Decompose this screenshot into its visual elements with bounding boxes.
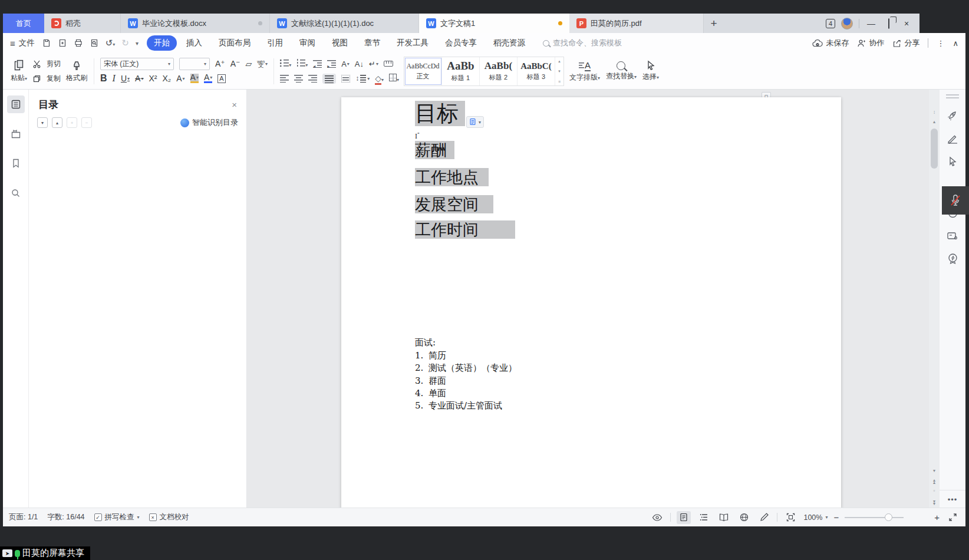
toc-zoom-in-button[interactable]: + — [67, 117, 77, 128]
save-icon[interactable] — [42, 38, 51, 48]
ink-edit-button[interactable] — [757, 511, 771, 524]
word-count[interactable]: 字数: 16/44 — [47, 512, 84, 522]
next-page-button[interactable]: ▾▾ — [929, 500, 940, 505]
toc-expand-all-button[interactable]: ▾ — [37, 117, 48, 128]
window-count-button[interactable]: 4 — [826, 19, 835, 28]
borders-button[interactable]: ▾ — [389, 73, 399, 84]
web-view-button[interactable] — [737, 511, 751, 524]
tab-doc-thesis[interactable]: W 毕业论文模板.docx — [121, 14, 270, 33]
tab-docer[interactable]: 稻壳 — [44, 14, 121, 33]
list-item[interactable]: 2.测试（英语）（专业） — [415, 362, 517, 374]
show-marks-button[interactable]: ↵▾ — [369, 60, 378, 68]
font-size-select[interactable]: ▾ — [179, 58, 210, 70]
upgrade-badge-button[interactable] — [944, 250, 961, 268]
tab-home[interactable]: 首页 — [3, 14, 44, 33]
smart-toc-button[interactable]: 智能识别目录 — [180, 117, 238, 128]
heading-line[interactable]: 发展空间 — [415, 193, 493, 216]
text-effects-button[interactable]: A▾ — [176, 74, 184, 83]
style-heading1[interactable]: AaBb 标题 1 — [442, 57, 480, 85]
list-item[interactable]: 3.群面 — [415, 375, 446, 387]
scrollbar-thumb[interactable] — [931, 129, 938, 169]
style-normal[interactable]: AaBbCcDd 正文 — [404, 57, 442, 85]
distribute-button[interactable] — [341, 75, 350, 83]
panel-search-button[interactable] — [7, 184, 25, 202]
toc-close-icon[interactable]: × — [232, 100, 237, 110]
outline-view-button[interactable] — [697, 511, 711, 524]
export-icon[interactable] — [58, 38, 67, 48]
qat-customize-icon[interactable]: ▾ — [136, 40, 139, 47]
list-item[interactable]: 5.专业面试/主管面试 — [415, 400, 502, 412]
collaborate-button[interactable]: 协作 — [857, 38, 884, 48]
heading-line[interactable]: 薪酬 — [415, 139, 454, 162]
ribbon-tab-references[interactable]: 引用 — [260, 35, 290, 51]
toc-collapse-all-button[interactable]: ▴ — [52, 117, 62, 128]
fit-page-button[interactable] — [783, 511, 797, 524]
document-page[interactable]: ▾ 目标 I⁼ 薪酬 工作地点 发展空间 工作时间 面试: 1.简历 2.测试（… — [341, 97, 841, 508]
save-status-button[interactable]: 未保存 — [812, 38, 849, 48]
list-item[interactable]: 1.简历 — [415, 350, 446, 362]
annotate-button[interactable] — [944, 130, 961, 147]
vertical-scrollbar[interactable]: ⁞ ▴ ▾ ▴▴ ▫ ▾▾ — [929, 90, 940, 508]
page-indicator[interactable]: 页面: 1/1 — [9, 512, 38, 522]
text-direction-button[interactable]: A▾ — [341, 60, 350, 68]
toc-panel-button[interactable] — [7, 95, 25, 113]
restore-button[interactable] — [883, 19, 895, 28]
strikethrough-button[interactable]: A▾ — [135, 74, 143, 83]
paste-button[interactable]: 粘贴▾ — [8, 53, 30, 89]
heading-line[interactable]: 工作地点 — [415, 166, 489, 189]
sidebar-more-button[interactable]: ••• — [940, 490, 965, 504]
bullet-list-button[interactable]: ▾ — [280, 58, 291, 69]
style-heading2[interactable]: AaBb( 标题 2 — [480, 57, 518, 85]
align-left-button[interactable] — [280, 75, 289, 83]
quick-tools-button[interactable] — [944, 107, 961, 124]
new-tab-button[interactable]: + — [704, 14, 724, 33]
zoom-out-button[interactable]: − — [833, 512, 839, 522]
scroll-up-arrow[interactable]: ▴ — [929, 119, 940, 124]
muted-mic-overlay[interactable] — [942, 186, 969, 215]
redo-button[interactable]: ↻ — [121, 38, 129, 48]
zoom-level-select[interactable]: 100% ▾ — [803, 513, 828, 522]
text-layout-button[interactable]: A 文字排版▾ — [566, 53, 603, 89]
font-color-button[interactable]: A▾ — [204, 74, 212, 83]
zoom-slider-thumb[interactable] — [885, 513, 892, 521]
command-search[interactable]: 查找命令、搜索模板 — [543, 38, 622, 48]
ruler-icon[interactable] — [384, 61, 393, 67]
ribbon-tab-dev-tools[interactable]: 开发工具 — [390, 35, 436, 51]
toc-zoom-out-button[interactable]: − — [81, 117, 92, 128]
select-browse-object-button[interactable]: ▫ — [929, 488, 940, 493]
select-tool-button[interactable]: 选择▾ — [640, 53, 662, 89]
clear-format-icon[interactable]: ▱ — [245, 59, 252, 68]
align-center-button[interactable] — [294, 75, 303, 83]
heading-line[interactable]: 目标 — [415, 98, 465, 129]
bold-button[interactable]: B — [100, 73, 107, 84]
chapter-nav-button[interactable] — [7, 125, 25, 143]
font-name-select[interactable]: 宋体 (正文)▾ — [100, 58, 174, 70]
page-view-button[interactable] — [677, 511, 691, 524]
sidebar-drag-handle[interactable] — [946, 94, 959, 98]
read-view-button[interactable] — [717, 511, 731, 524]
membership-card-button[interactable] — [944, 227, 961, 245]
doc-proof-toggle[interactable]: × 文档校对 — [149, 512, 189, 522]
scroll-prev-icon[interactable]: ⁞ — [929, 110, 940, 115]
ribbon-tab-docer-res[interactable]: 稻壳资源 — [486, 35, 532, 51]
paste-options-chip[interactable]: ▾ — [466, 116, 484, 128]
list-item[interactable]: 4.单面 — [415, 387, 446, 400]
tab-doc-review[interactable]: W 文献综述(1)(1)(1)(1).doc — [270, 14, 419, 33]
ribbon-tab-page-layout[interactable]: 页面布局 — [212, 35, 258, 51]
style-gallery-scroll[interactable]: ▴▾≡ — [555, 57, 563, 85]
tab-doc-pdf[interactable]: P 田莫的简历.pdf — [569, 14, 704, 33]
highlight-color-button[interactable]: A▾ — [190, 74, 199, 83]
decrease-font-button[interactable]: A⁻ — [230, 59, 240, 68]
eye-protect-button[interactable] — [650, 511, 664, 524]
print-icon[interactable] — [74, 38, 83, 48]
decrease-indent-button[interactable] — [313, 60, 322, 68]
line-spacing-button[interactable]: ↕▾ — [355, 74, 370, 83]
cut-button[interactable]: 剪切 — [32, 57, 61, 70]
align-right-button[interactable] — [308, 75, 317, 83]
character-border-button[interactable]: A — [217, 74, 225, 83]
format-painter-button[interactable]: 格式刷 — [63, 53, 90, 89]
file-menu-button[interactable]: ≡ 文件 — [10, 38, 35, 48]
italic-button[interactable]: I — [113, 73, 116, 84]
avatar[interactable] — [841, 18, 853, 29]
increase-font-button[interactable]: A⁺ — [215, 59, 225, 68]
